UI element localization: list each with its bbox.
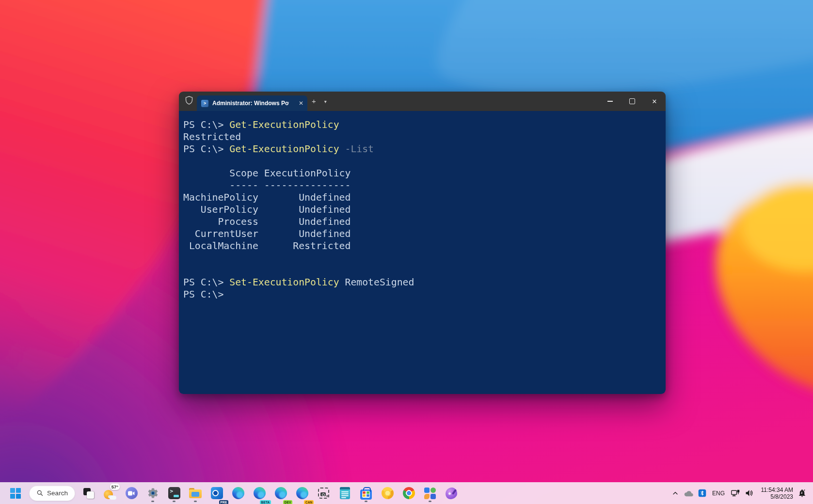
terminal-line: LocalMachine Restricted: [183, 240, 351, 252]
snipping-tool-icon: +: [318, 488, 329, 499]
terminal-content[interactable]: PS C:\> Get-ExecutionPolicy Restricted P…: [179, 111, 666, 394]
gear-icon: [147, 487, 159, 499]
windows-terminal-icon: >: [168, 487, 180, 499]
folder-icon: [189, 488, 202, 498]
speaker-icon: [745, 489, 754, 497]
dev-badge: DEV: [283, 500, 292, 504]
terminal-line: Restricted: [183, 131, 241, 142]
tab-dropdown-chevron-icon[interactable]: ▾: [320, 99, 331, 104]
bluetooth-icon: [698, 489, 706, 497]
close-button[interactable]: ✕: [643, 92, 666, 111]
temperature-badge: 57°: [110, 484, 120, 490]
terminal-window: > Administrator: Windows Powe ✕ + ▾ ✕ PS…: [179, 92, 666, 394]
outlook-preview-button[interactable]: PRE: [207, 484, 226, 503]
desktop: > Administrator: Windows Powe ✕ + ▾ ✕ PS…: [0, 0, 813, 504]
paint-button[interactable]: [442, 484, 461, 503]
terminal-line: PS C:\> Get-ExecutionPolicy: [183, 119, 339, 130]
running-indicator: [365, 501, 367, 502]
notepad-icon: [340, 487, 350, 499]
terminal-line: Process Undefined: [183, 216, 351, 227]
task-view-button[interactable]: [79, 484, 98, 503]
window-caption-buttons: ✕: [599, 92, 666, 111]
date-text: 5/8/2023: [758, 493, 793, 500]
terminal-tab[interactable]: > Administrator: Windows Powe ✕: [197, 95, 307, 111]
search-label: Search: [47, 489, 68, 497]
bluetooth-button[interactable]: [698, 489, 706, 497]
chrome-canary-icon: [382, 487, 394, 499]
svg-text:z: z: [801, 491, 802, 494]
start-button[interactable]: [6, 484, 25, 503]
tab-title: Administrator: Windows Powe: [212, 100, 289, 107]
volume-button[interactable]: [745, 489, 754, 497]
terminal-line: CurrentUser Undefined: [183, 228, 351, 239]
network-icon: [731, 489, 740, 498]
bell-dnd-icon: zz: [797, 488, 807, 498]
edge-canary-button[interactable]: CAN: [292, 484, 312, 503]
outlook-icon: [211, 487, 223, 499]
chevron-up-icon: [671, 489, 679, 497]
running-indicator: [173, 501, 175, 502]
edge-button[interactable]: [228, 484, 248, 503]
preview-badge: PRE: [219, 500, 228, 504]
terminal-line: PS C:\> Set-ExecutionPolicy RemoteSigned: [183, 277, 414, 288]
chat-camera-icon: [126, 487, 138, 499]
running-indicator: [429, 501, 431, 502]
minimize-button[interactable]: [599, 92, 621, 111]
chrome-icon: [403, 487, 415, 499]
notification-bell-button[interactable]: zz: [797, 488, 807, 498]
network-button[interactable]: [731, 489, 740, 498]
terminal-titlebar[interactable]: > Administrator: Windows Powe ✕ + ▾ ✕: [179, 92, 666, 111]
edge-dev-button[interactable]: DEV: [271, 484, 290, 503]
taskbar-pinned-apps: Search 57°: [6, 484, 461, 503]
edge-dev-icon: [275, 487, 287, 499]
svg-text:z: z: [804, 488, 805, 491]
widgets-button[interactable]: 57°: [100, 484, 120, 503]
chrome-canary-button[interactable]: [378, 484, 397, 503]
tab-close-icon[interactable]: ✕: [299, 100, 303, 106]
terminal-line: PS C:\>: [183, 289, 223, 300]
running-indicator: [194, 501, 197, 502]
running-indicator: [151, 501, 154, 502]
terminal-line: UserPolicy Undefined: [183, 204, 351, 215]
admin-shield-icon: [185, 96, 193, 107]
notepad-button[interactable]: [335, 484, 354, 503]
clock[interactable]: 11:54:34 AM 5/8/2023: [758, 487, 793, 500]
microsoft-store-button[interactable]: [356, 484, 376, 503]
language-indicator[interactable]: ENG: [711, 490, 726, 497]
terminal-line: ----- ---------------: [183, 180, 351, 191]
file-explorer-button[interactable]: [186, 484, 205, 503]
snipping-tool-button[interactable]: +: [314, 484, 333, 503]
task-view-icon: [83, 488, 94, 499]
cloud-icon: [684, 490, 694, 497]
maximize-button[interactable]: [621, 92, 643, 111]
weather-icon: 57°: [104, 487, 116, 500]
chat-button[interactable]: [122, 484, 141, 503]
edge-beta-icon: [254, 487, 266, 499]
taskbar: Search 57°: [0, 482, 813, 504]
chrome-button[interactable]: [399, 484, 418, 503]
search-input[interactable]: Search: [29, 486, 75, 501]
terminal-line: PS C:\> Get-ExecutionPolicy -List: [183, 143, 374, 155]
canary-badge: CAN: [304, 500, 314, 504]
store-bag-icon: [360, 489, 372, 500]
app-tiles-button[interactable]: [420, 484, 440, 503]
edge-beta-button[interactable]: BETA: [250, 484, 269, 503]
hidden-icons-button[interactable]: [671, 489, 679, 497]
app-tiles-icon: [424, 488, 436, 499]
windows-logo-icon: [10, 488, 21, 499]
beta-badge: BETA: [260, 500, 271, 504]
terminal-text: PS C:\> Get-ExecutionPolicy Restricted P…: [183, 119, 663, 300]
powershell-icon: >: [201, 100, 208, 107]
onedrive-button[interactable]: [684, 490, 694, 497]
settings-button[interactable]: [143, 484, 162, 503]
terminal-taskbar-button[interactable]: >: [164, 484, 184, 503]
terminal-line: MachinePolicy Undefined: [183, 192, 351, 203]
system-tray: ENG 11:54:34 AM 5/8/2023 zz: [671, 487, 813, 500]
edge-icon: [232, 487, 244, 499]
new-tab-button[interactable]: +: [307, 92, 320, 111]
time-text: 11:54:34 AM: [758, 487, 793, 493]
terminal-line: Scope ExecutionPolicy: [183, 168, 351, 179]
edge-canary-icon: [296, 487, 308, 499]
paint-icon: [446, 488, 457, 499]
search-icon: [36, 489, 44, 497]
